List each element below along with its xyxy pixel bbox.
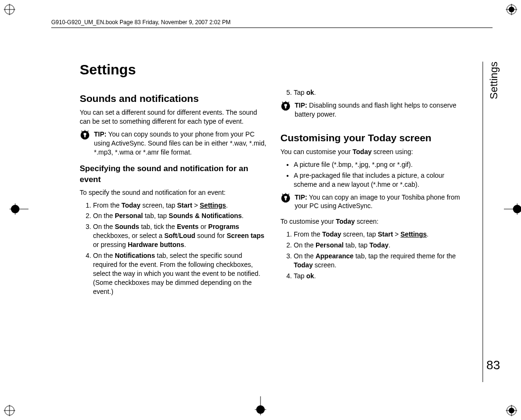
list-item: On the Personal tab, tap Sounds & Notifi… (93, 211, 267, 220)
section-heading: Customising your Today screen (280, 131, 468, 145)
page-title: Settings (80, 62, 469, 78)
list-item: On the Appearance tab, tap the required … (294, 252, 468, 270)
column-left: Sounds and notifications You can set a d… (80, 86, 267, 298)
side-rule (483, 62, 483, 382)
step-list: From the Today screen, tap Start > Setti… (80, 201, 267, 296)
sub-heading: Specifying the sound and notification fo… (80, 164, 267, 185)
tip-block: TIP: Disabling sounds and flash light he… (280, 101, 468, 119)
tip-body: You can copy an image to your Toshiba ph… (295, 193, 460, 210)
tip-label: TIP: (94, 130, 106, 138)
body-text: You can set a different sound for differ… (80, 108, 267, 126)
tip-label: TIP: (295, 101, 307, 109)
svg-line-30 (282, 102, 283, 103)
bullet-list: A picture file (*.bmp, *.jpg, *.png or *… (280, 160, 468, 189)
svg-rect-29 (285, 107, 287, 109)
tip-text: TIP: You can copy sounds to your phone f… (94, 130, 267, 157)
list-item: Tap ok. (294, 272, 468, 281)
side-section-label: Settings (488, 62, 500, 100)
svg-line-25 (82, 131, 83, 132)
list-item: On the Notifications tab, select the spe… (93, 251, 267, 296)
svg-rect-34 (285, 198, 287, 200)
tip-text: TIP: Disabling sounds and flash light he… (295, 101, 468, 119)
body-text: To customise your Today screen: (280, 217, 468, 226)
crop-mark-icon (255, 396, 266, 417)
svg-line-35 (282, 193, 283, 194)
svg-line-36 (288, 193, 289, 194)
registration-mark-icon (4, 405, 15, 416)
tip-body: You can copy sounds to your phone from y… (94, 130, 266, 156)
section-heading: Sounds and notifications (80, 92, 267, 105)
tip-block: TIP: You can copy an image to your Toshi… (280, 193, 468, 211)
tip-icon (80, 130, 90, 140)
list-item: From the Today screen, tap Start > Setti… (93, 201, 267, 210)
registration-mark-icon (4, 4, 15, 15)
frame-header: G910-G920_UM_EN.book Page 83 Friday, Nov… (51, 19, 493, 28)
svg-line-26 (88, 131, 89, 132)
tip-body: Disabling sounds and flash light helps t… (295, 101, 456, 118)
list-item: From the Today screen, tap Start > Setti… (294, 230, 468, 239)
list-item: On the Personal tab, tap Today. (294, 241, 468, 250)
step-list: From the Today screen, tap Start > Setti… (280, 230, 468, 280)
tip-label: TIP: (295, 193, 307, 201)
frame-header-text: G910-G920_UM_EN.book Page 83 Friday, Nov… (51, 19, 231, 26)
content: Settings Sounds and notifications You ca… (80, 62, 469, 298)
crop-mark-icon (504, 203, 521, 217)
svg-line-31 (288, 102, 289, 103)
column-right: Tap ok. TIP: Disabling sounds and flash … (280, 86, 468, 298)
page-number: 83 (486, 358, 500, 373)
list-item: A picture file (*.bmp, *.jpg, *.png or *… (294, 160, 468, 169)
page: G910-G920_UM_EN.book Page 83 Friday, Nov… (0, 0, 521, 420)
list-item: On the Sounds tab, tick the Events or Pr… (93, 222, 267, 249)
list-item: A pre-packaged file that includes a pict… (294, 171, 468, 189)
registration-mark-icon (506, 405, 517, 416)
registration-mark-icon (506, 4, 517, 15)
tip-block: TIP: You can copy sounds to your phone f… (80, 130, 267, 157)
tip-icon (280, 193, 291, 203)
body-text: To specify the sound and notification fo… (80, 188, 267, 197)
tip-icon (280, 101, 291, 111)
tip-text: TIP: You can copy an image to your Toshi… (295, 193, 468, 211)
svg-rect-24 (84, 136, 86, 137)
list-item: Tap ok. (294, 88, 468, 97)
body-text: You can customise your Today screen usin… (280, 147, 468, 156)
step-list: Tap ok. (280, 88, 468, 97)
crop-mark-icon (9, 203, 28, 217)
